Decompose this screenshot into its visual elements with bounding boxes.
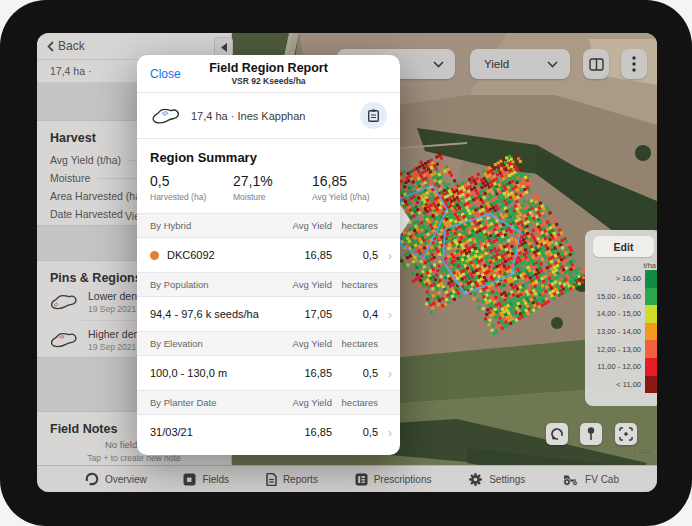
more-options-button[interactable] [621,49,647,79]
modal-subtitle: VSR 92 Kseeds/ha [231,76,305,86]
section-header-by-elevation: By Elevation Avg Yield hectares [137,331,400,356]
legend-unit-label: t/ha [585,261,657,270]
legend-range-label: 15,00 - 16,00 [597,292,641,301]
modal-field-name: 17,4 ha · Ines Kapphan [191,110,351,122]
map-legal-link[interactable]: Legal [634,447,651,454]
split-view-button[interactable] [583,49,609,79]
tab-prescriptions[interactable]: Prescriptions [355,473,432,486]
triangle-left-icon [221,43,227,52]
layer-dropdown-value: Yield [484,58,509,70]
legend-row: > 16,00 [585,270,657,288]
legend-edit-button[interactable]: Edit [593,236,654,257]
chevron-right-icon: › [378,366,392,381]
field-outline-icon [49,330,79,350]
modal-callout-arrow [399,203,410,237]
stat-moisture: 27,1%Moisture [233,173,312,202]
chevron-right-icon: › [378,248,392,263]
tab-settings[interactable]: Settings [468,472,525,487]
yield-legend-panel: Edit t/ha > 16,00 15,00 - 16,00 14,00 - … [585,230,657,406]
chevron-right-icon: › [378,307,392,322]
row-elevation[interactable]: 100,0 - 130,0 m 16,85 0,5 › [137,356,400,390]
prescriptions-icon [355,473,368,486]
section-header-by-hybrid: By Hybrid Avg Yield hectares [137,213,400,238]
modal-field-row: 17,4 ha · Ines Kapphan [137,93,400,139]
tab-fv-cab[interactable]: FV Cab [562,473,619,486]
stat-avg-yield: 16,85Avg Yield (t/ha) [312,173,370,202]
legend-color-swatch [645,358,657,376]
section-header-by-planter-date: By Planter Date Avg Yield hectares [137,390,400,415]
drop-pin-button[interactable] [580,423,602,445]
layer-dropdown[interactable]: Yield [470,49,570,79]
section-header-by-population: By Population Avg Yield hectares [137,272,400,297]
legend-range-label: 14,00 - 15,00 [597,309,641,318]
field-region-report-modal: Close Field Region Report VSR 92 Kseeds/… [137,55,400,455]
fields-icon [183,473,196,486]
clipboard-icon [368,109,379,122]
split-view-icon [589,58,604,71]
modal-header: Close Field Region Report VSR 92 Kseeds/… [137,55,400,93]
legend-range-label: < 11,00 [616,380,641,389]
legend-row: 13,00 - 14,00 [585,323,657,341]
ellipsis-vertical-icon [632,56,636,72]
legend-row: < 11,00 [585,376,657,394]
region-summary-title: Region Summary [137,139,400,167]
chevron-right-icon: › [378,425,392,440]
center-field-button[interactable] [615,423,637,445]
legend-row: 12,00 - 13,00 [585,340,657,358]
chevron-down-icon [433,61,444,68]
row-planter-date[interactable]: 31/03/21 16,85 0,5 › [137,415,400,449]
tab-fields[interactable]: Fields [183,473,229,486]
legend-color-swatch [645,288,657,306]
legend-color-swatch [645,270,657,288]
field-outline-icon [49,292,79,312]
field-area-label: 17,4 ha · [50,65,91,77]
legend-color-swatch [645,323,657,341]
modal-title: Field Region Report [209,61,328,75]
legend-range-label: > 16,00 [616,274,641,283]
overview-icon [85,472,99,486]
hybrid-color-dot [150,251,159,260]
reports-icon [266,473,277,486]
legend-color-swatch [645,376,657,394]
draw-region-icon [550,427,564,441]
back-label: Back [58,39,85,53]
export-report-button[interactable] [360,102,387,129]
tractor-icon [562,473,579,486]
region-summary-stats: 0,5Harvested (ha) 27,1%Moisture 16,85Avg… [137,167,400,213]
app-screen: Legal Back 17,4 ha · Harvest Avg Yield (… [37,33,657,492]
stat-harvested: 0,5Harvested (ha) [150,173,233,202]
chevron-left-icon [47,41,54,52]
legend-color-swatch [645,340,657,358]
chevron-down-icon [547,61,558,68]
pin-icon [587,427,595,441]
draw-region-button[interactable] [546,423,568,445]
legend-range-label: 11,00 - 12,00 [597,362,641,371]
back-button[interactable]: Back [47,39,85,53]
tablet-frame: Legal Back 17,4 ha · Harvest Avg Yield (… [0,0,692,526]
legend-row: 11,00 - 12,00 [585,358,657,376]
close-button[interactable]: Close [150,67,181,81]
legend-rows: > 16,00 15,00 - 16,00 14,00 - 15,00 13,0… [585,270,657,393]
row-population[interactable]: 94,4 - 97,6 k seeds/ha 17,05 0,4 › [137,297,400,331]
row-hybrid[interactable]: DKC6092 16,85 0,5 › [137,238,400,272]
field-outline-icon [150,106,182,126]
legend-row: 14,00 - 15,00 [585,305,657,323]
legend-range-label: 13,00 - 14,00 [597,327,641,336]
legend-color-swatch [645,305,657,323]
legend-row: 15,00 - 16,00 [585,288,657,306]
tab-overview[interactable]: Overview [85,472,147,486]
bottom-tab-bar: Overview Fields Reports Prescriptions [37,465,657,492]
settings-gear-icon [468,472,483,487]
center-focus-icon [619,427,633,441]
sidebar-collapse-button[interactable] [214,37,233,57]
legend-range-label: 12,00 - 13,00 [597,345,641,354]
tab-reports[interactable]: Reports [266,473,318,486]
